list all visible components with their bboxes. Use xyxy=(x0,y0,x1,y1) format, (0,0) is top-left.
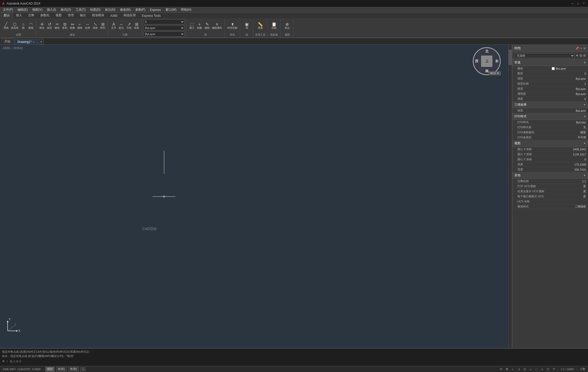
polar-icon[interactable]: ⊿ xyxy=(517,367,521,371)
otrack-icon[interactable]: ∞ xyxy=(529,368,533,371)
menu-file[interactable]: 文件(F) xyxy=(1,7,15,12)
menu-view[interactable]: 视图(V) xyxy=(30,7,44,12)
canvas-vertical-scrollbar[interactable] xyxy=(508,45,512,348)
prop-transparency-value: ByLayer xyxy=(552,92,586,95)
tab-param[interactable]: 参数化 xyxy=(38,12,52,18)
cmd-scroll-icon[interactable]: ↑ xyxy=(6,359,8,363)
block-create-button[interactable]: +创建 xyxy=(196,19,203,33)
tab-insert[interactable]: 插入 xyxy=(13,12,25,18)
command-input[interactable] xyxy=(10,360,586,363)
modify-scale-button[interactable]: ⤡缩放 xyxy=(92,19,99,33)
layout1-tab-button[interactable]: 布局1 xyxy=(56,367,67,371)
annotate-text-button[interactable]: A文字 xyxy=(110,19,117,33)
wcs-button[interactable]: WCS ▼ xyxy=(489,71,501,75)
menu-draw[interactable]: 绘图(D) xyxy=(88,7,103,12)
ortho-icon[interactable]: ⊥ xyxy=(511,367,515,371)
selcycle-icon[interactable]: ⟲ xyxy=(552,367,556,371)
menu-insert[interactable]: 插入(I) xyxy=(45,7,58,12)
modify-rotate-button[interactable]: ↺旋转 xyxy=(46,19,53,33)
linetype-dropdown[interactable]: ByLayer xyxy=(144,31,184,37)
color-dropdown[interactable]: ByLayer xyxy=(144,25,184,30)
ribbon-group-props: ⧭特性匹配 特性 xyxy=(225,19,240,37)
tab-view[interactable]: 视图 xyxy=(53,12,64,18)
menu-param[interactable]: 参数(P) xyxy=(133,7,147,12)
tab-express-tools[interactable]: Express Tools xyxy=(139,13,163,18)
modify-stretch-button[interactable]: ↔拉伸 xyxy=(84,19,91,33)
section-misc-header[interactable]: 其他 ▼ xyxy=(512,172,588,179)
tab-a360[interactable]: A360 xyxy=(108,13,120,18)
block-insert-button[interactable]: ⬚插入 xyxy=(188,19,195,33)
dynin-icon[interactable]: ⬚ xyxy=(534,367,539,371)
tab-featured[interactable]: 精选应用 xyxy=(121,12,139,18)
scrollbar-thumb[interactable] xyxy=(509,50,512,65)
menu-format[interactable]: 格式(O) xyxy=(59,7,73,12)
menu-express[interactable]: Express xyxy=(148,8,163,12)
tab-manage[interactable]: 管理 xyxy=(65,12,77,18)
transparency-icon[interactable]: ◫ xyxy=(546,367,550,371)
menu-window[interactable]: 窗口(W) xyxy=(163,7,178,12)
layer-dropdown[interactable]: 0 xyxy=(144,19,184,24)
tab-start[interactable]: 开始 xyxy=(1,38,14,44)
draw-arc-button[interactable]: ◠圆弧 xyxy=(27,19,35,33)
group-button[interactable]: ▣组 xyxy=(243,19,250,33)
add-layout-button[interactable]: + xyxy=(80,367,86,371)
section-view-rows: 圆心 X 坐标 2406.2443 圆心 Y 坐标 1134.1517 圆心 Z… xyxy=(512,147,588,172)
prop-plotstyle-table: 打印样式表 无 xyxy=(512,125,588,130)
prop-width-value: 330.7416 xyxy=(552,168,586,171)
close-button[interactable]: ✕ xyxy=(581,1,586,6)
draw-polyline-button[interactable]: ⬡多段线 xyxy=(10,19,19,33)
block-editattr-button[interactable]: ≡编辑属性 xyxy=(211,19,223,33)
paste-button[interactable]: 📋粘贴 xyxy=(271,19,278,33)
canvas-area[interactable]: -[视图]-二维线框] X Y Z CAD百科 北 南 xyxy=(0,45,508,348)
section-3d-header[interactable]: 三维效果 ▼ xyxy=(512,102,588,108)
props-filter-icon[interactable]: ▼ xyxy=(576,54,579,57)
matchprop-button[interactable]: ⧭特性匹配 xyxy=(227,19,238,33)
tab-default[interactable]: 默认 xyxy=(1,12,13,18)
modify-copy-button[interactable]: ⧉复制 xyxy=(61,19,68,33)
draw-line-button[interactable]: ╱直线 xyxy=(3,19,10,33)
modify-array-button[interactable]: ⊞阵列 xyxy=(99,19,106,33)
annotate-table-button[interactable]: ⊞表格 xyxy=(133,19,140,33)
tab-addons[interactable]: 附加模块 xyxy=(89,12,107,18)
measure-button[interactable]: 📏测量 xyxy=(257,19,264,33)
cmd-close-icon[interactable]: ✕ xyxy=(2,359,5,363)
props-toggle-icon[interactable]: ⊞ xyxy=(580,54,582,57)
layout2-tab-button[interactable]: 布局2 xyxy=(68,367,79,371)
props-settings-icon[interactable]: ⚙ xyxy=(583,54,586,57)
menu-modify[interactable]: 修改(M) xyxy=(118,7,133,12)
no-selection-dropdown[interactable]: 无选择 xyxy=(514,53,575,58)
modify-mirror-button[interactable]: ⇔镜像 xyxy=(69,19,76,33)
menu-help[interactable]: 帮助(H) xyxy=(179,7,193,12)
osnap-icon[interactable]: ◎ xyxy=(523,367,527,371)
draw-circle-button[interactable]: ○圆 xyxy=(20,19,27,33)
basepoint-button[interactable]: ⊕基点 xyxy=(284,19,291,33)
props-close-icon[interactable]: ✕ xyxy=(583,46,586,50)
section-view-header[interactable]: 视图 ▼ xyxy=(512,140,588,147)
lineweight-icon[interactable]: ≡ xyxy=(540,368,544,371)
prop-plotstyle-attach: 打印表附着到 模型 xyxy=(512,130,588,135)
tab-output[interactable]: 输出 xyxy=(77,12,89,18)
model-tab-button[interactable]: 模型 xyxy=(45,367,55,371)
modify-trim-button[interactable]: ✂修剪 xyxy=(54,19,61,33)
tab-bar: 开始 Drawing1* ✕ + xyxy=(0,38,588,45)
block-edit-button[interactable]: ✎编辑 xyxy=(204,19,211,33)
tab-drawing1[interactable]: Drawing1* ✕ xyxy=(14,39,38,44)
menu-edit[interactable]: 编辑(E) xyxy=(15,7,30,12)
add-tab-button[interactable]: + xyxy=(38,39,44,44)
modify-move-button[interactable]: ✛移动 xyxy=(38,19,45,33)
menu-tools[interactable]: 工具(T) xyxy=(74,7,88,12)
annotate-dim-button[interactable]: ↔标注 xyxy=(118,19,125,33)
tab-annotate[interactable]: 注释 xyxy=(25,12,37,18)
minimize-button[interactable]: ─ xyxy=(570,1,575,6)
props-add-icon[interactable]: + xyxy=(580,46,582,50)
section-general-header[interactable]: 常规 ▼ xyxy=(512,59,588,66)
modify-fillet-button[interactable]: ⌐圆角 xyxy=(76,19,83,33)
snap-icon[interactable]: ⊡ xyxy=(499,367,503,371)
props-pin-icon[interactable]: 📌 xyxy=(575,46,579,50)
annotate-leader-button[interactable]: ↗引线 xyxy=(125,19,132,33)
maximize-button[interactable]: □ xyxy=(576,1,580,6)
menu-dimension[interactable]: 标注(N) xyxy=(103,7,117,12)
section-print-header[interactable]: 打印样式 ▼ xyxy=(512,113,588,120)
grid-icon[interactable]: ⊞ xyxy=(505,367,509,371)
tab-close-icon[interactable]: ✕ xyxy=(32,41,35,43)
